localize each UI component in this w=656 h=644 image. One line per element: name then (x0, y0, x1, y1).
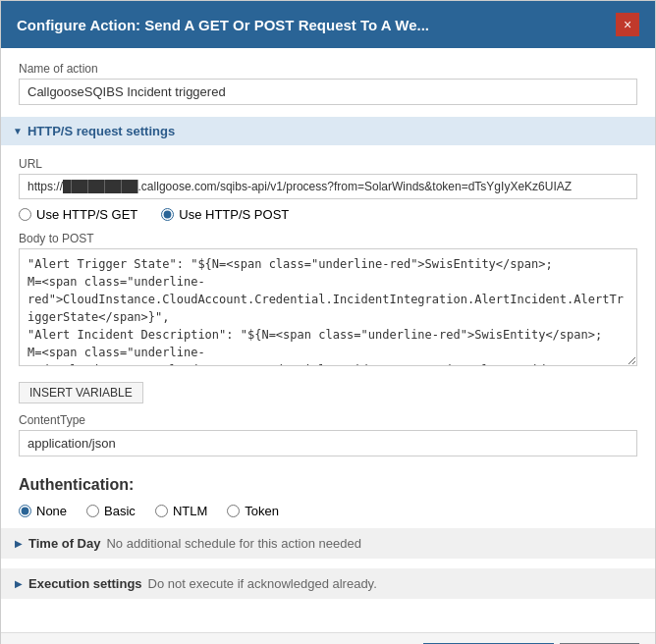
auth-section: Authentication: None Basic NTLM Token (19, 470, 637, 518)
url-field: URL (19, 157, 637, 199)
execution-triangle-icon: ▶ (15, 578, 23, 589)
radio-get-text: Use HTTP/S GET (36, 207, 137, 222)
time-of-day-text: No additional schedule for this action n… (106, 536, 360, 551)
time-of-day-label: Time of Day (28, 536, 100, 551)
radio-get[interactable] (19, 208, 31, 221)
http-method-group: Use HTTP/S GET Use HTTP/S POST (19, 207, 637, 222)
modal-header: Configure Action: Send A GET Or POST Req… (1, 1, 655, 48)
auth-title: Authentication: (19, 476, 637, 494)
auth-token-text: Token (245, 504, 279, 518)
url-label: URL (19, 157, 637, 171)
auth-ntlm-radio[interactable] (155, 505, 168, 517)
modal-close-button[interactable]: × (616, 13, 639, 36)
auth-ntlm-label[interactable]: NTLM (155, 504, 207, 518)
http-section-header: ▼ HTTP/S request settings (1, 117, 655, 145)
modal-title: Configure Action: Send A GET Or POST Req… (17, 17, 429, 33)
auth-token-label[interactable]: Token (227, 504, 279, 518)
auth-ntlm-text: NTLM (173, 504, 207, 518)
modal-footer: SAVE CHANGES CANCEL (1, 632, 655, 644)
auth-radio-group: None Basic NTLM Token (19, 504, 637, 518)
content-type-label: ContentType (19, 413, 637, 427)
radio-post[interactable] (161, 208, 174, 221)
auth-token-radio[interactable] (227, 505, 240, 517)
http-section-label: HTTP/S request settings (27, 124, 175, 138)
auth-basic-text: Basic (104, 504, 136, 518)
collapse-triangle-icon: ▼ (13, 126, 23, 136)
body-textarea[interactable]: "Alert Trigger State": "${N=<span class=… (19, 248, 637, 366)
execution-label: Execution settings (28, 576, 142, 591)
execution-section[interactable]: ▶ Execution settings Do not execute if a… (1, 568, 655, 599)
execution-text: Do not execute if acknowledged already. (148, 576, 377, 591)
auth-basic-label[interactable]: Basic (86, 504, 136, 518)
insert-variable-row: INSERT VARIABLE (19, 377, 637, 403)
auth-none-label[interactable]: None (19, 504, 67, 518)
radio-post-text: Use HTTP/S POST (179, 207, 289, 222)
insert-variable-button[interactable]: INSERT VARIABLE (19, 382, 143, 403)
auth-none-radio[interactable] (19, 505, 31, 517)
time-of-day-triangle-icon: ▶ (15, 538, 23, 549)
content-type-input[interactable] (19, 430, 637, 456)
auth-none-text: None (36, 504, 67, 518)
body-field: Body to POST "Alert Trigger State": "${N… (19, 232, 637, 369)
action-name-input[interactable] (19, 79, 637, 105)
auth-basic-radio[interactable] (86, 505, 99, 517)
url-input[interactable] (19, 174, 637, 199)
body-label: Body to POST (19, 232, 637, 245)
time-of-day-section[interactable]: ▶ Time of Day No additional schedule for… (1, 528, 655, 559)
modal-body: Name of action ▼ HTTP/S request settings… (1, 48, 655, 622)
action-name-label: Name of action (19, 62, 637, 76)
radio-post-label[interactable]: Use HTTP/S POST (161, 207, 289, 222)
action-name-field: Name of action (19, 62, 637, 105)
content-type-field: ContentType (19, 413, 637, 456)
radio-get-label[interactable]: Use HTTP/S GET (19, 207, 137, 222)
configure-action-modal: Configure Action: Send A GET Or POST Req… (0, 0, 656, 644)
